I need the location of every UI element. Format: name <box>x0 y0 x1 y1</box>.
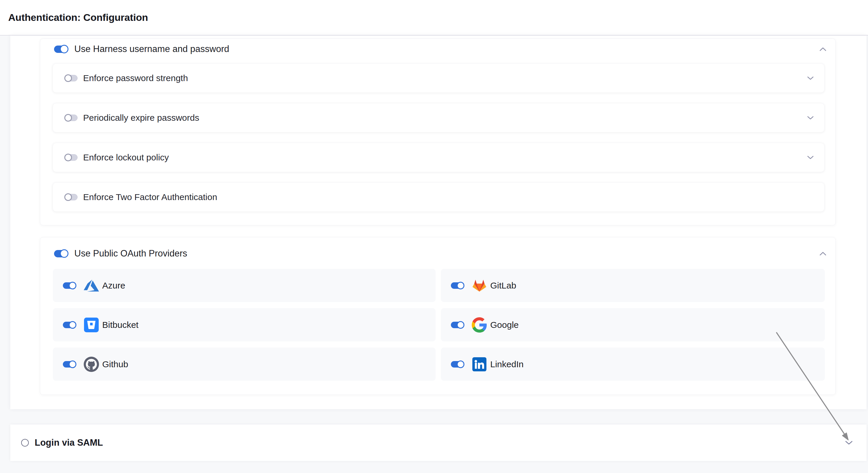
oauth-provider-grid: Azure GitLab <box>53 269 824 381</box>
azure-icon <box>84 278 99 293</box>
toggle-knob <box>64 114 72 122</box>
page-title: Authentication: Configuration <box>8 12 148 23</box>
provider-label: LinkedIn <box>490 359 523 369</box>
github-icon <box>84 356 99 372</box>
oauth-card-label: Use Public OAuth Providers <box>74 248 187 259</box>
row-label: Enforce lockout policy <box>83 153 169 162</box>
row-label: Enforce password strength <box>83 73 188 83</box>
chevron-down-icon[interactable] <box>807 76 814 80</box>
oauth-providers-card: Use Public OAuth Providers Azure <box>40 237 836 395</box>
provider-tile-gitlab: GitLab <box>441 269 825 302</box>
security-settings-list: Enforce password strength Periodically e… <box>53 64 824 212</box>
provider-label: Azure <box>102 281 125 290</box>
authentication-configuration-page: Authentication: Configuration Use Harnes… <box>0 0 868 473</box>
bitbucket-toggle[interactable] <box>63 322 76 328</box>
toggle-knob <box>457 321 464 329</box>
toggle-knob <box>64 193 72 201</box>
row-enforce-two-factor-authentication[interactable]: Enforce Two Factor Authentication <box>53 183 824 212</box>
gitlab-toggle[interactable] <box>451 282 464 289</box>
linkedin-toggle[interactable] <box>451 361 464 368</box>
row-enforce-password-strength[interactable]: Enforce password strength <box>53 64 824 93</box>
provider-label: Github <box>102 359 128 369</box>
expire-passwords-toggle[interactable] <box>65 115 78 121</box>
harness-login-card: Use Harness username and password Enforc… <box>40 38 836 225</box>
password-strength-toggle[interactable] <box>65 75 78 82</box>
bitbucket-icon <box>84 317 99 333</box>
oauth-providers-toggle[interactable] <box>54 250 68 257</box>
lockout-policy-toggle[interactable] <box>65 154 78 161</box>
toggle-knob <box>69 282 76 289</box>
toggle-knob <box>457 282 464 289</box>
chevron-down-icon[interactable] <box>807 156 814 159</box>
provider-label: GitLab <box>490 281 516 290</box>
row-label: Periodically expire passwords <box>83 113 199 123</box>
toggle-knob <box>69 360 76 368</box>
provider-tile-github: Github <box>53 348 436 381</box>
provider-tile-bitbucket: Bitbucket <box>53 308 436 341</box>
toggle-knob <box>64 154 72 161</box>
toggle-knob <box>457 360 464 368</box>
google-icon <box>471 317 487 333</box>
toggle-knob <box>60 249 68 258</box>
two-factor-toggle[interactable] <box>65 194 78 200</box>
toggle-knob <box>69 321 76 329</box>
saml-label: Login via SAML <box>35 437 103 448</box>
auth-settings-panel: Use Harness username and password Enforc… <box>10 36 867 409</box>
azure-toggle[interactable] <box>63 282 76 289</box>
provider-tile-azure: Azure <box>53 269 436 302</box>
linkedin-icon <box>471 356 487 372</box>
oauth-card-header: Use Public OAuth Providers <box>40 238 835 259</box>
toggle-knob <box>60 45 68 54</box>
github-toggle[interactable] <box>63 361 76 368</box>
saml-radio-button[interactable] <box>21 439 29 447</box>
row-label: Enforce Two Factor Authentication <box>83 192 217 202</box>
provider-tile-linkedin: LinkedIn <box>441 348 825 381</box>
chevron-down-icon[interactable] <box>845 441 853 445</box>
harness-card-header: Use Harness username and password <box>40 39 835 54</box>
saml-section[interactable]: Login via SAML <box>10 424 867 461</box>
provider-label: Bitbucket <box>102 320 138 330</box>
toggle-knob <box>64 74 72 82</box>
provider-tile-google: Google <box>441 308 825 341</box>
gitlab-icon <box>471 278 487 293</box>
chevron-up-icon[interactable] <box>819 252 826 256</box>
harness-card-label: Use Harness username and password <box>74 44 229 54</box>
harness-login-toggle[interactable] <box>54 45 68 53</box>
chevron-up-icon[interactable] <box>819 47 826 51</box>
chevron-down-icon[interactable] <box>807 116 814 120</box>
row-enforce-lockout-policy[interactable]: Enforce lockout policy <box>53 143 824 172</box>
google-toggle[interactable] <box>451 322 464 328</box>
row-periodically-expire-passwords[interactable]: Periodically expire passwords <box>53 103 824 132</box>
page-header: Authentication: Configuration <box>0 0 868 36</box>
provider-label: Google <box>490 320 519 330</box>
